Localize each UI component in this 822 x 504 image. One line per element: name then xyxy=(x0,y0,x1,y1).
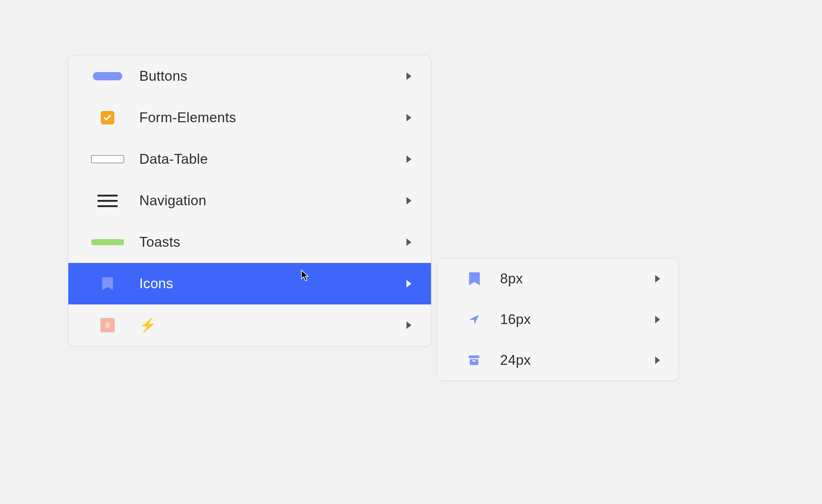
menu-item-label: Toasts xyxy=(127,234,406,250)
menu-item-label: ⚡ xyxy=(127,318,406,332)
menu-item-label: Form-Elements xyxy=(127,110,406,126)
pill-icon xyxy=(88,72,127,80)
bookmark-icon xyxy=(88,276,127,291)
chevron-right-icon xyxy=(406,197,411,204)
badge-count: 8 xyxy=(100,318,115,332)
svg-rect-1 xyxy=(470,359,479,365)
badge-icon: 8 xyxy=(88,318,127,332)
chevron-right-icon xyxy=(406,72,411,80)
archive-icon xyxy=(468,354,494,367)
chevron-right-icon xyxy=(406,321,411,329)
checkbox-icon xyxy=(88,111,127,124)
sub-menu-item-label: 8px xyxy=(494,271,655,287)
menu-item-data-table[interactable]: Data-Table xyxy=(68,138,431,180)
menu-item-form-elements[interactable]: Form-Elements xyxy=(68,97,431,138)
sub-menu-item-16px[interactable]: 16px xyxy=(437,299,678,340)
menu-item-toasts[interactable]: Toasts xyxy=(68,221,431,263)
location-arrow-icon xyxy=(468,313,494,326)
chevron-right-icon xyxy=(655,316,660,323)
main-menu: Buttons Form-Elements Data-Table Navigat… xyxy=(68,55,431,346)
menu-item-label: Data-Table xyxy=(127,151,406,167)
sub-menu: 8px 16px 24px xyxy=(437,258,679,381)
toast-icon xyxy=(88,239,127,245)
menu-item-buttons[interactable]: Buttons xyxy=(68,55,431,97)
svg-rect-0 xyxy=(469,355,479,358)
hamburger-icon xyxy=(88,195,127,207)
menu-item-label: Navigation xyxy=(127,193,406,209)
sub-menu-item-8px[interactable]: 8px xyxy=(437,258,678,299)
menu-item-navigation[interactable]: Navigation xyxy=(68,180,431,221)
menu-item-label: Buttons xyxy=(127,68,406,84)
chevron-right-icon xyxy=(406,238,411,246)
table-icon xyxy=(88,155,127,163)
bookmark-icon xyxy=(468,271,494,286)
menu-item-icons[interactable]: Icons xyxy=(68,263,431,304)
menu-item-label: Icons xyxy=(127,276,406,292)
chevron-right-icon xyxy=(655,356,660,364)
menu-item-lightning[interactable]: 8 ⚡ xyxy=(68,304,431,346)
chevron-right-icon xyxy=(406,114,411,121)
svg-rect-2 xyxy=(473,360,476,362)
chevron-right-icon xyxy=(406,155,411,163)
sub-menu-item-24px[interactable]: 24px xyxy=(437,340,678,381)
chevron-right-icon xyxy=(655,275,660,283)
chevron-right-icon xyxy=(406,280,411,287)
sub-menu-item-label: 24px xyxy=(494,352,655,368)
sub-menu-item-label: 16px xyxy=(494,312,655,327)
